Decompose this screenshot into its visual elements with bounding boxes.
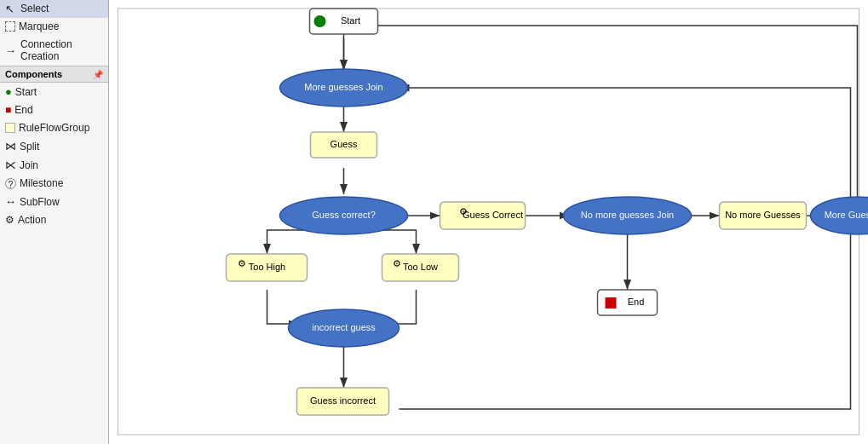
sidebar-label-join: Join	[20, 159, 38, 171]
sidebar-label-connection: Connection Creation	[20, 38, 103, 62]
sidebar-label-marquee: Marquee	[19, 20, 59, 32]
pin-icon: 📌	[93, 70, 103, 79]
connection-icon: →	[5, 44, 17, 56]
end-icon: ■	[5, 104, 11, 116]
sidebar-label-split: Split	[20, 141, 39, 153]
svg-rect-33	[227, 254, 308, 281]
subflow-icon: ↔	[5, 195, 16, 208]
svg-point-31	[811, 197, 869, 234]
too-low-node[interactable]: ⚙ Too Low	[382, 254, 459, 281]
ruleflow-icon	[5, 123, 15, 133]
components-header: Components 📌	[0, 66, 108, 83]
sidebar-item-marquee[interactable]: Marquee	[0, 18, 108, 36]
svg-rect-17	[311, 132, 377, 158]
sidebar-label-end: End	[14, 104, 32, 116]
action-icon: ⚙	[5, 214, 14, 226]
sidebar-label-milestone: Milestone	[20, 177, 63, 189]
guess-correct-split-node[interactable]: Guess correct?	[280, 197, 408, 234]
marquee-icon	[5, 21, 15, 32]
svg-point-24	[564, 197, 692, 234]
guess-incorrect-node[interactable]: Guess incorrect	[297, 388, 389, 415]
too-high-node[interactable]: ⚙ Too High	[227, 254, 308, 281]
start-node[interactable]: Start	[310, 9, 378, 34]
sidebar-item-subflow[interactable]: ↔ SubFlow	[0, 193, 108, 211]
svg-point-39	[289, 309, 400, 347]
join-icon: ⋉	[5, 159, 16, 171]
components-title: Components	[5, 69, 62, 79]
svg-point-15	[280, 69, 408, 107]
sidebar-item-ruleflowgroup[interactable]: RuleFlowGroup	[0, 119, 108, 137]
sidebar-item-milestone[interactable]: ? Milestone	[0, 175, 108, 193]
sidebar-label-select: Select	[20, 3, 49, 14]
sidebar-item-action[interactable]: ⚙ Action	[0, 211, 108, 229]
sidebar-label-action: Action	[18, 214, 46, 226]
incorrect-guess-node[interactable]: incorrect guess	[289, 309, 400, 347]
sidebar-label-start: Start	[15, 86, 37, 98]
svg-point-13	[314, 15, 326, 27]
no-more-guesses-node[interactable]: No more Guesses	[720, 202, 807, 229]
sidebar-item-end[interactable]: ■ End	[0, 101, 108, 119]
sidebar-item-start[interactable]: ● Start	[0, 83, 108, 101]
svg-rect-21	[440, 202, 526, 229]
split-icon: ⋈	[5, 140, 16, 153]
more-guesses-join-node[interactable]: More guesses Join	[280, 69, 408, 107]
cursor-icon	[5, 3, 17, 14]
sidebar-item-select[interactable]: Select	[0, 0, 108, 18]
sidebar-label-subflow: SubFlow	[20, 196, 60, 208]
svg-rect-29	[720, 202, 807, 229]
more-guesses-split-node[interactable]: More Guesses?	[811, 197, 869, 234]
svg-rect-41	[297, 388, 389, 415]
sidebar-label-ruleflowgroup: RuleFlowGroup	[19, 122, 89, 134]
sidebar: Select Marquee → Connection Creation Com…	[0, 0, 109, 444]
svg-rect-27	[606, 297, 617, 308]
sidebar-item-connection[interactable]: → Connection Creation	[0, 36, 108, 66]
flow-diagram: Start More guesses Join Guess Guess corr…	[109, 0, 868, 444]
svg-rect-36	[382, 254, 459, 281]
no-more-guesses-join-node[interactable]: No more guesses Join	[564, 197, 692, 234]
sidebar-item-join[interactable]: ⋉ Join	[0, 156, 108, 175]
start-icon: ●	[5, 85, 12, 98]
milestone-icon: ?	[5, 178, 16, 189]
guess-node[interactable]: Guess	[311, 132, 377, 158]
end-node[interactable]: End	[598, 290, 658, 315]
sidebar-item-split[interactable]: ⋈ Split	[0, 137, 108, 156]
guess-correct-action-node[interactable]: ⚙ Guess Correct	[440, 202, 526, 229]
svg-point-19	[280, 197, 408, 234]
flow-canvas[interactable]: Start More guesses Join Guess Guess corr…	[109, 0, 868, 444]
